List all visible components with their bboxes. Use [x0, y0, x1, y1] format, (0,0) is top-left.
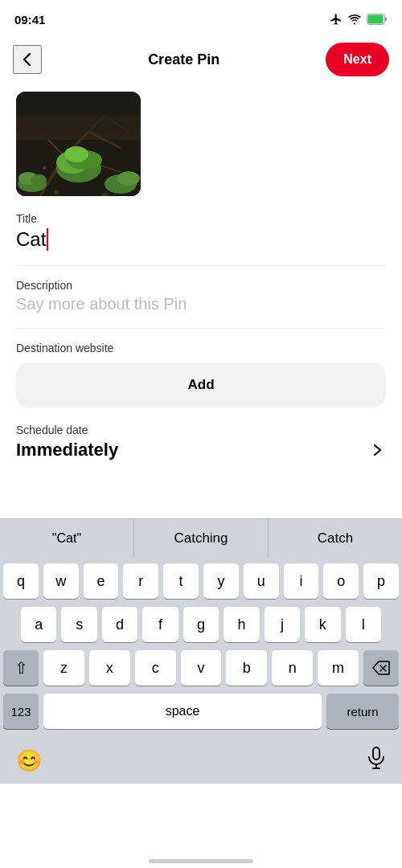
add-destination-button[interactable]: Add — [16, 362, 386, 407]
keyboard: q w e r t y u i o p a s d f g h j k l ⇧ … — [0, 557, 402, 784]
return-key[interactable]: return — [326, 694, 399, 729]
title-divider — [16, 265, 386, 266]
svg-point-21 — [117, 171, 140, 186]
key-n[interactable]: n — [272, 650, 313, 686]
svg-point-22 — [54, 190, 59, 194]
key-s[interactable]: s — [61, 607, 96, 642]
nav-bar: Create Pin Next — [0, 35, 402, 84]
key-c[interactable]: c — [135, 650, 176, 686]
description-placeholder[interactable]: Say more about this Pin — [16, 295, 386, 313]
number-key[interactable]: 123 — [3, 694, 39, 729]
key-b[interactable]: b — [226, 650, 267, 686]
nav-title: Create Pin — [148, 51, 219, 68]
text-cursor — [47, 228, 48, 251]
pin-image-thumbnail — [16, 92, 141, 196]
key-d[interactable]: d — [102, 607, 137, 642]
key-p[interactable]: p — [363, 563, 399, 599]
autocorrect-item-1[interactable]: "Cat" — [0, 519, 134, 557]
description-divider — [16, 328, 386, 329]
space-key[interactable]: space — [43, 694, 322, 729]
keyboard-bottom-bar: 😊 — [0, 740, 402, 784]
shift-key[interactable]: ⇧ — [3, 650, 39, 686]
back-button[interactable] — [13, 45, 42, 74]
key-h[interactable]: h — [224, 607, 259, 642]
key-r[interactable]: r — [123, 563, 158, 599]
key-y[interactable]: y — [203, 563, 239, 599]
airplane-icon — [330, 13, 343, 26]
create-pin-form: Title Cat Description Say more about thi… — [0, 84, 402, 461]
battery-icon — [367, 14, 388, 25]
microphone-key[interactable] — [367, 747, 386, 774]
next-button[interactable]: Next — [326, 43, 389, 76]
key-x[interactable]: x — [89, 650, 130, 686]
key-w[interactable]: w — [43, 563, 79, 599]
description-label: Description — [16, 279, 386, 292]
destination-field: Destination website Add — [16, 342, 386, 424]
wifi-icon — [347, 14, 362, 25]
keyboard-row-3: ⇧ z x c v b n m — [3, 650, 399, 686]
key-j[interactable]: j — [265, 607, 300, 642]
key-z[interactable]: z — [43, 650, 84, 686]
key-u[interactable]: u — [244, 563, 279, 599]
autocorrect-bar: "Cat" Catching Catch — [0, 518, 402, 557]
autocorrect-item-2[interactable]: Catching — [134, 519, 269, 557]
svg-rect-25 — [16, 92, 141, 116]
keyboard-row-1: q w e r t y u i o p — [3, 563, 399, 599]
keyboard-row-4: 123 space return — [3, 694, 399, 729]
svg-point-24 — [43, 166, 46, 170]
svg-point-15 — [31, 174, 47, 186]
description-field: Description Say more about this Pin — [16, 279, 386, 329]
schedule-field: Schedule date Immediately — [16, 424, 386, 461]
key-l[interactable]: l — [346, 607, 381, 642]
title-label: Title — [16, 212, 386, 225]
status-icons — [330, 13, 388, 26]
key-f[interactable]: f — [142, 607, 178, 642]
title-input[interactable]: Cat — [16, 228, 386, 251]
emoji-key[interactable]: 😊 — [16, 748, 42, 773]
destination-label: Destination website — [16, 342, 386, 354]
key-q[interactable]: q — [3, 563, 39, 599]
keyboard-row-2: a s d f g h j k l — [3, 607, 399, 642]
key-t[interactable]: t — [163, 563, 199, 599]
key-g[interactable]: g — [183, 607, 219, 642]
schedule-value-row: Immediately — [16, 440, 386, 461]
svg-point-19 — [64, 146, 88, 162]
home-indicator — [149, 859, 253, 863]
status-time: 09:41 — [14, 13, 45, 27]
schedule-chevron-icon — [368, 441, 386, 459]
key-m[interactable]: m — [318, 650, 359, 686]
key-o[interactable]: o — [323, 563, 359, 599]
key-e[interactable]: e — [84, 563, 119, 599]
svg-rect-1 — [368, 15, 384, 24]
schedule-label: Schedule date — [16, 424, 386, 436]
status-bar: 09:41 — [0, 0, 402, 35]
key-v[interactable]: v — [181, 650, 222, 686]
delete-key[interactable] — [363, 650, 399, 686]
svg-rect-29 — [373, 747, 379, 760]
svg-rect-26 — [16, 116, 141, 132]
title-field: Title Cat — [16, 212, 386, 266]
autocorrect-item-3[interactable]: Catch — [269, 519, 402, 557]
key-k[interactable]: k — [305, 607, 340, 642]
key-i[interactable]: i — [284, 563, 319, 599]
schedule-value: Immediately — [16, 440, 118, 461]
key-a[interactable]: a — [21, 607, 56, 642]
title-text: Cat — [16, 228, 46, 251]
